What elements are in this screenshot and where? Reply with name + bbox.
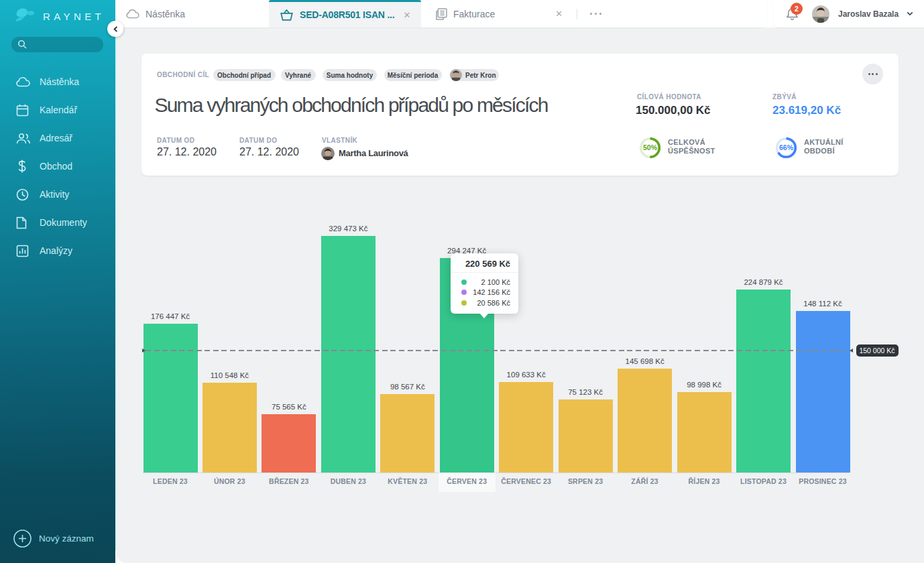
svg-text:50%: 50% bbox=[643, 143, 658, 151]
svg-text:66%: 66% bbox=[778, 143, 793, 151]
